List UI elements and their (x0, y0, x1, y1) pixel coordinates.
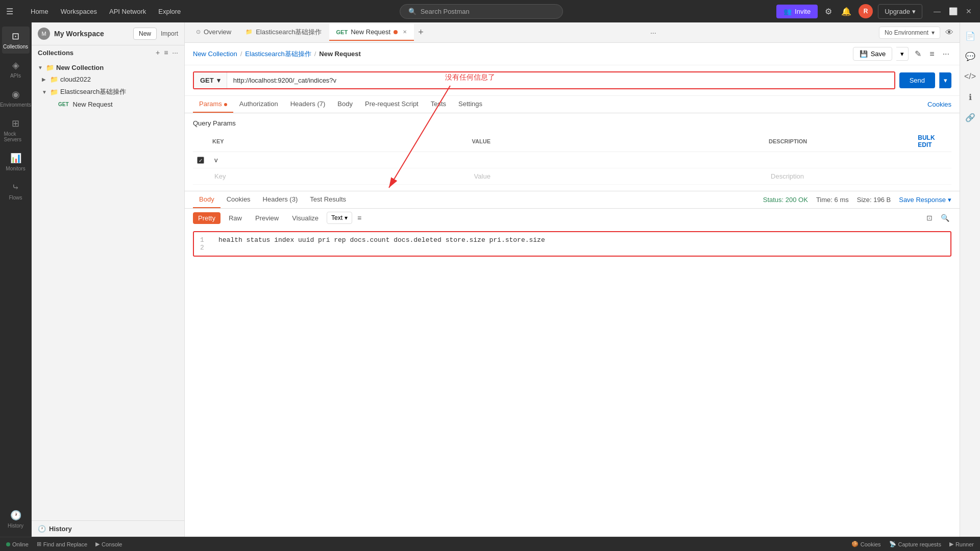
cookies-bottom-button[interactable]: 🍪 Cookies (851, 541, 881, 547)
format-preview-button[interactable]: Preview (250, 212, 284, 224)
collection-more-icon[interactable]: ··· (172, 48, 178, 57)
cookies-link[interactable]: Cookies (927, 101, 951, 108)
settings-button[interactable]: ⚙ (823, 5, 834, 18)
req-tab-headers[interactable]: Headers (7) (284, 96, 332, 113)
workspace-icon: M (38, 28, 50, 40)
sort-icon[interactable]: ≡ (164, 48, 168, 57)
search-response-button[interactable]: 🔍 (939, 212, 951, 224)
notifications-button[interactable]: 🔔 (839, 5, 853, 18)
add-tab-button[interactable]: + (414, 27, 428, 38)
empty-value-cell (468, 168, 765, 185)
empty-desc-input[interactable] (769, 171, 910, 181)
save-dropdown-button[interactable]: ▾ (896, 47, 909, 61)
sidebar-item-environments[interactable]: ◉ Environments (2, 85, 30, 112)
format-raw-button[interactable]: Raw (224, 212, 247, 224)
right-sidebar-related-button[interactable]: 🔗 (961, 108, 979, 127)
runner-button[interactable]: ▶ Runner (949, 541, 974, 547)
empty-key-input[interactable] (212, 171, 464, 181)
tab-elasticsearch-label: Elasticsearch基础操作 (256, 28, 322, 37)
wrap-text-button[interactable]: ≡ (355, 212, 363, 224)
resp-tab-body[interactable]: Body (193, 191, 220, 208)
more-options-button[interactable]: ··· (941, 47, 951, 61)
breadcrumb-current: New Request (319, 50, 361, 58)
save-button[interactable]: 💾 Save (853, 47, 893, 61)
text-format-select[interactable]: Text ▾ (327, 212, 352, 224)
api-network-menu-item[interactable]: API Network (104, 6, 151, 17)
close-button[interactable]: ✕ (964, 5, 974, 17)
request-new-request[interactable]: GET New Request (32, 98, 184, 110)
resp-tab-headers[interactable]: Headers (3) (257, 191, 304, 208)
format-pretty-button[interactable]: Pretty (193, 212, 220, 224)
tab-overview[interactable]: ⊙ Overview (189, 24, 238, 41)
folder-cloud2022[interactable]: ▶ 📁 cloud2022 (32, 73, 184, 85)
console-button[interactable]: ▶ Console (95, 541, 122, 547)
format-visualize-button[interactable]: Visualize (287, 212, 324, 224)
breadcrumb-part2[interactable]: Elasticsearch基础操作 (245, 49, 311, 59)
send-dropdown-button[interactable]: ▾ (939, 72, 951, 88)
tab-close-icon[interactable]: ✕ (403, 29, 407, 35)
find-replace-button[interactable]: ⊞ Find and Replace (37, 541, 87, 547)
param-checkbox-0[interactable]: ✓ (197, 157, 204, 164)
resp-tab-test-results[interactable]: Test Results (304, 191, 352, 208)
method-chevron: ▾ (217, 77, 220, 84)
collections-icon: ⊡ (12, 31, 19, 42)
menu-icon[interactable]: ☰ (6, 7, 13, 16)
history-section[interactable]: 🕐 History (32, 520, 184, 537)
right-sidebar-comments-button[interactable]: 💬 (961, 47, 979, 65)
empty-value-input[interactable] (472, 171, 761, 181)
req-tab-settings[interactable]: Settings (452, 96, 488, 113)
search-bar[interactable]: 🔍 Search Postman (400, 4, 563, 19)
upgrade-button[interactable]: Upgrade ▾ (878, 4, 922, 19)
collection-new-collection[interactable]: ▼ 📁 New Collection (32, 62, 184, 73)
invite-button[interactable]: 👥 Invite (776, 5, 818, 18)
sidebar-item-monitors[interactable]: 📊 Monitors (2, 148, 30, 176)
tab-new-request[interactable]: GET New Request ✕ (329, 24, 414, 41)
new-button[interactable]: New (133, 28, 157, 40)
breadcrumb-sep1: / (240, 50, 242, 58)
param-key-input-0[interactable] (212, 155, 464, 165)
send-button[interactable]: Send (899, 72, 935, 88)
folder-elasticsearch[interactable]: ▼ 📁 Elasticsearch基础操作 (32, 85, 184, 98)
resp-tab-cookies[interactable]: Cookies (220, 191, 257, 208)
req-tab-params[interactable]: Params (193, 96, 233, 113)
param-desc-input-0[interactable] (769, 155, 910, 165)
add-collection-button[interactable]: + (156, 48, 160, 57)
sidebar-item-apis[interactable]: ◈ APIs (2, 56, 30, 83)
req-tab-tests[interactable]: Tests (425, 96, 452, 113)
env-settings-icon[interactable]: 👁 (943, 26, 955, 39)
home-menu-item[interactable]: Home (26, 6, 54, 17)
import-button[interactable]: Import (161, 30, 178, 37)
right-sidebar-code-button[interactable]: </> (961, 67, 979, 86)
param-value-input-0[interactable] (472, 155, 761, 165)
maximize-button[interactable]: ⬜ (947, 5, 960, 17)
req-tab-pre-request[interactable]: Pre-request Script (359, 96, 425, 113)
resp-body: 1 health status index uuid pri rep docs.… (185, 227, 960, 537)
bulk-edit-button[interactable]: Bulk Edit (918, 134, 935, 148)
capture-requests-button[interactable]: 📡 Capture requests (889, 541, 941, 547)
workspaces-menu-item[interactable]: Workspaces (56, 6, 102, 17)
doc-icon-button[interactable]: ≡ (927, 47, 936, 61)
sidebar-item-mock-servers[interactable]: ⊞ Mock Servers (2, 114, 30, 146)
right-sidebar-info-button[interactable]: ℹ (961, 88, 979, 106)
edit-icon-button[interactable]: ✎ (913, 47, 923, 61)
breadcrumb-part1[interactable]: New Collection (193, 50, 237, 58)
sidebar-item-collections[interactable]: ⊡ Collections (2, 27, 30, 54)
tab-unsaved-dot (394, 30, 398, 34)
url-input[interactable] (227, 72, 894, 88)
request-name: New Request (73, 101, 180, 108)
method-select[interactable]: GET ▾ (194, 72, 227, 88)
search-icon: 🔍 (408, 8, 416, 15)
more-tabs-button[interactable]: ··· (647, 29, 659, 37)
req-tab-body[interactable]: Body (331, 96, 359, 113)
sidebar-item-history[interactable]: 🕐 History (2, 506, 30, 533)
save-response-button[interactable]: Save Response ▾ (899, 196, 951, 204)
explore-menu-item[interactable]: Explore (153, 6, 186, 17)
sidebar-item-flows[interactable]: ⤷ Flows (2, 178, 30, 205)
env-dropdown[interactable]: No Environment ▾ (879, 27, 940, 39)
tab-elasticsearch[interactable]: 📁 Elasticsearch基础操作 (238, 23, 329, 42)
minimize-button[interactable]: — (932, 5, 943, 17)
req-tab-authorization[interactable]: Authorization (233, 96, 284, 113)
save-response-label: Save Response (899, 196, 946, 204)
right-sidebar-documentation-button[interactable]: 📄 (961, 27, 979, 45)
copy-response-button[interactable]: ⊡ (924, 212, 935, 224)
